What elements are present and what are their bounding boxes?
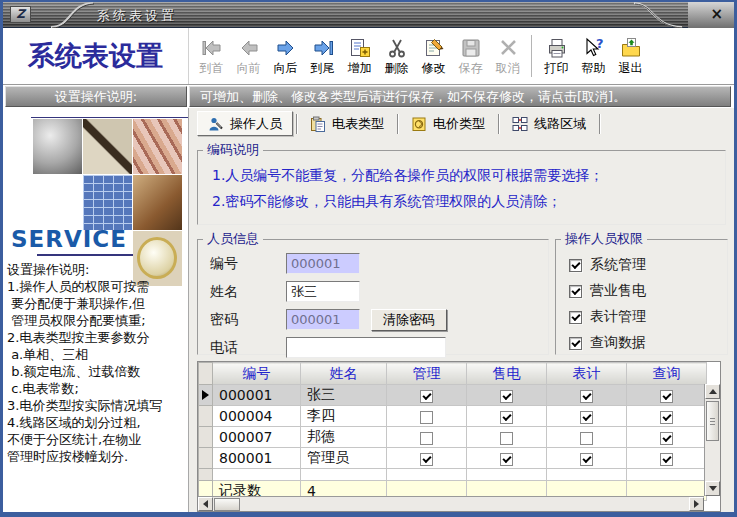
grid-checkbox[interactable] <box>420 390 433 403</box>
table-row[interactable]: 000001张三 <box>199 385 707 406</box>
permission-checkbox[interactable] <box>569 285 582 298</box>
scroll-right-button[interactable] <box>689 497 704 511</box>
toolbar-button-help[interactable]: ?帮助 <box>575 35 612 77</box>
grid-checkbox[interactable] <box>580 432 593 445</box>
phone-field[interactable] <box>286 337 446 358</box>
grid-column-header[interactable]: 姓名 <box>301 363 387 385</box>
toolbar-button-label: 保存 <box>459 60 483 77</box>
scroll-left-button[interactable] <box>198 497 213 511</box>
cell-permission <box>627 427 707 448</box>
grid-checkbox[interactable] <box>660 432 673 445</box>
cell-name[interactable]: 张三 <box>301 385 387 406</box>
cell-permission <box>547 406 627 427</box>
cell-name[interactable]: 邦德 <box>301 427 387 448</box>
row-indicator <box>199 448 213 469</box>
grid-checkbox[interactable] <box>580 411 593 424</box>
toolbar-button-label: 到首 <box>200 60 224 77</box>
grid-checkbox[interactable] <box>660 411 673 424</box>
cell-id[interactable]: 800001 <box>213 448 301 469</box>
grid-checkbox[interactable] <box>660 390 673 403</box>
permissions-group: 操作人员权限 系统管理营业售电表计管理查询数据 <box>555 230 728 355</box>
table-row[interactable]: 000004李四 <box>199 406 707 427</box>
permission-checkbox[interactable] <box>569 259 582 272</box>
cell-id[interactable]: 000004 <box>213 406 301 427</box>
toolbar-button-label: 增加 <box>348 60 372 77</box>
table-row[interactable]: 800001管理员 <box>199 448 707 469</box>
grid-checkbox[interactable] <box>500 411 513 424</box>
grid-column-header[interactable]: 表计 <box>547 363 627 385</box>
grid-checkbox[interactable] <box>660 453 673 466</box>
grid-checkbox[interactable] <box>580 390 593 403</box>
number-field <box>286 253 360 274</box>
table-row[interactable]: 000007邦德 <box>199 427 707 448</box>
scroll-down-button[interactable] <box>705 481 720 496</box>
cell-permission <box>387 427 467 448</box>
instruction-line: 要分配便于兼职操作,但 <box>7 295 187 312</box>
tab-4[interactable]: 线路区域 <box>502 111 596 136</box>
photo-hand-watch <box>133 175 182 230</box>
permission-label: 表计管理 <box>590 308 646 326</box>
window: Z 系统表设置 × 系统表设置 到首向前向后到尾增加删除修改保存取消打印?帮助退… <box>0 0 737 517</box>
grid-checkbox[interactable] <box>500 453 513 466</box>
grid-column-header[interactable]: 管理 <box>387 363 467 385</box>
toolbar-button-first: 到首 <box>193 35 230 77</box>
tab-1[interactable]: 操作人员 <box>197 111 293 136</box>
form-row: 密码清除密码 <box>210 307 548 332</box>
instruction-line: 4.线路区域的划分过粗, <box>7 414 187 431</box>
permission-label: 查询数据 <box>590 334 646 352</box>
toolbar-button-last[interactable]: 到尾 <box>304 35 341 77</box>
divider <box>31 117 188 118</box>
scroll-up-button[interactable] <box>705 384 720 399</box>
cell-permission <box>627 448 707 469</box>
instructions-text: 设置操作说明:1.操作人员的权限可按需 要分配便于兼职操作,但 管理员权限分配要… <box>7 261 187 465</box>
toolbar-button-prev: 向前 <box>230 35 267 77</box>
toolbar-button-add[interactable]: 增加 <box>341 35 378 77</box>
grid-column-header[interactable]: 售电 <box>467 363 547 385</box>
tab-separator <box>296 114 297 134</box>
horizontal-scrollbar-thumb[interactable] <box>214 498 240 511</box>
toolbar-button-modify[interactable]: 修改 <box>415 35 452 77</box>
close-button[interactable]: × <box>710 5 723 23</box>
grid-checkbox[interactable] <box>500 390 513 403</box>
cell-name[interactable]: 管理员 <box>301 448 387 469</box>
grid-column-header[interactable]: 编号 <box>213 363 301 385</box>
permission-checkbox[interactable] <box>569 337 582 350</box>
grid-checkbox[interactable] <box>580 453 593 466</box>
cell-id[interactable]: 000001 <box>213 385 301 406</box>
grid-checkbox[interactable] <box>420 432 433 445</box>
permission-checkbox[interactable] <box>569 311 582 324</box>
toolbar-button-delete[interactable]: 删除 <box>378 35 415 77</box>
instruction-line: a.单相、三相 <box>7 346 187 363</box>
name-field[interactable] <box>286 281 360 302</box>
grid-checkbox[interactable] <box>420 411 433 424</box>
form-row: 电话 <box>210 335 548 360</box>
header-bands: 设置操作说明: 可增加、删除、修改各类型后请进行保存，如不保存修改，请点击[取消… <box>3 85 734 108</box>
toolbar-button-next[interactable]: 向后 <box>267 35 304 77</box>
network-icon <box>512 116 528 132</box>
cell-permission <box>387 448 467 469</box>
page-title: 系统表设置 <box>3 28 189 84</box>
instruction-line: 管理员权限分配要慎重; <box>7 312 187 329</box>
vertical-scrollbar[interactable] <box>704 384 720 496</box>
toolbar-button-print[interactable]: 打印 <box>538 35 575 77</box>
empty-cell <box>467 469 547 481</box>
vertical-scrollbar-thumb[interactable] <box>706 401 719 441</box>
toolbar-button-label: 向后 <box>274 60 298 77</box>
cell-name[interactable]: 李四 <box>301 406 387 427</box>
tab-3[interactable]: 电价类型 <box>401 111 495 136</box>
horizontal-scrollbar[interactable] <box>198 496 704 511</box>
cell-id[interactable]: 000007 <box>213 427 301 448</box>
grid-checkbox[interactable] <box>420 453 433 466</box>
row-indicator <box>199 406 213 427</box>
photo-pencils <box>133 119 182 174</box>
grid-checkbox[interactable] <box>500 432 513 445</box>
permissions-title: 操作人员权限 <box>561 230 647 248</box>
divider <box>37 254 133 256</box>
cell-permission <box>627 385 707 406</box>
grid-column-header[interactable]: 查询 <box>627 363 707 385</box>
clear-password-button[interactable]: 清除密码 <box>371 309 447 331</box>
tab-separator <box>599 114 600 134</box>
tab-2[interactable]: 电表类型 <box>300 111 394 136</box>
field-label: 编号 <box>210 255 286 273</box>
toolbar-button-exit[interactable]: 退出 <box>612 35 649 77</box>
